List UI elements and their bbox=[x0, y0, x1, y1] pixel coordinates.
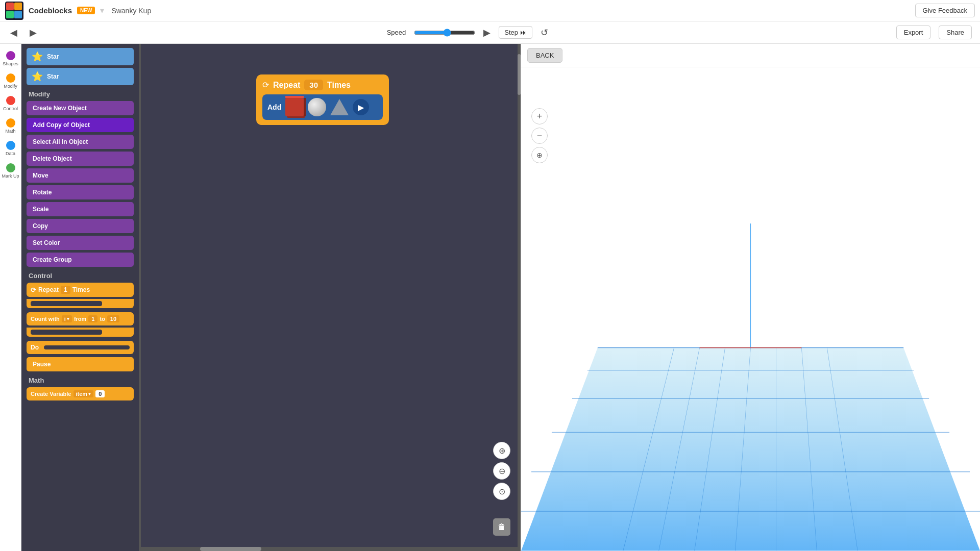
times-canvas-label: Times bbox=[327, 81, 351, 90]
project-name[interactable]: Swanky Kup bbox=[111, 7, 151, 15]
star-label-2: Star bbox=[47, 73, 59, 80]
canvas-tools: ⊕ ⊖ ⊙ bbox=[493, 442, 510, 500]
zoom-reset-button[interactable]: ⊕ bbox=[531, 147, 548, 163]
repeat-block-panel[interactable]: ⟳ Repeat 1 Times bbox=[27, 283, 134, 308]
star-label: Star bbox=[47, 53, 59, 60]
copy-button[interactable]: Copy bbox=[27, 219, 134, 233]
view-panel: BACK bbox=[521, 44, 980, 551]
repeat-panel-label: Repeat bbox=[38, 286, 59, 293]
repeat-canvas-block[interactable]: ⟳ Repeat 30 Times Add bbox=[256, 74, 389, 125]
shape-block-star1[interactable]: ⭐ Star bbox=[27, 48, 134, 65]
back-button[interactable]: BACK bbox=[527, 48, 562, 63]
canvas-main-block: ⟳ Repeat 30 Times Add bbox=[256, 74, 389, 125]
create-group-button[interactable]: Create Group bbox=[27, 253, 134, 267]
grid-svg bbox=[521, 212, 980, 551]
repeat-canvas-label: Repeat bbox=[273, 81, 300, 90]
export-button[interactable]: Export bbox=[896, 26, 931, 39]
control-section-title: Control bbox=[27, 272, 134, 280]
repeat-body: Add ▶ bbox=[262, 94, 383, 120]
block-panel: ⭐ Star ⭐ Star Modify Create New Object A… bbox=[21, 44, 139, 551]
shape-block-star2[interactable]: ⭐ Star bbox=[27, 68, 134, 85]
view-3d[interactable]: + − ⊕ bbox=[521, 67, 980, 551]
count-to[interactable]: 10 bbox=[107, 315, 119, 322]
gray-cone-shape[interactable] bbox=[330, 98, 349, 116]
modify-section-title: Modify bbox=[27, 90, 134, 98]
var-item-selector[interactable]: item ▾ bbox=[74, 390, 94, 397]
repeat-canvas-icon: ⟳ bbox=[262, 80, 269, 90]
count-label: Count with bbox=[31, 316, 60, 322]
view-content: + − ⊕ bbox=[521, 67, 980, 551]
sidebar-item-shapes[interactable]: Shapes bbox=[1, 49, 21, 68]
next-shape-button[interactable]: ▶ bbox=[353, 99, 369, 115]
sidebar-item-modify[interactable]: Modify bbox=[1, 71, 21, 91]
back-nav-button[interactable]: ◀ bbox=[8, 25, 19, 40]
canvas-vscroll[interactable] bbox=[518, 44, 521, 547]
app-logo bbox=[5, 2, 23, 20]
step-label: Step bbox=[504, 29, 518, 36]
sidebar-item-data[interactable]: Data bbox=[1, 139, 21, 158]
delete-object-button[interactable]: Delete Object bbox=[27, 152, 134, 166]
sidebar-icons: Shapes Modify Control Math Data Mark Up bbox=[0, 44, 21, 551]
move-button[interactable]: Move bbox=[27, 168, 134, 183]
repeat-panel-num[interactable]: 1 bbox=[61, 286, 70, 294]
do-label: Do bbox=[31, 344, 39, 351]
zoom-plus-button[interactable]: + bbox=[531, 108, 548, 124]
fit-canvas-button[interactable]: ⊙ bbox=[493, 483, 510, 500]
rotate-button[interactable]: Rotate bbox=[27, 185, 134, 199]
view-toolbar: BACK bbox=[521, 44, 980, 67]
zoom-minus-button[interactable]: − bbox=[531, 128, 548, 144]
sidebar-item-control[interactable]: Control bbox=[1, 94, 21, 113]
star-icon: ⭐ bbox=[32, 51, 43, 62]
speed-label: Speed bbox=[387, 29, 406, 36]
select-all-in-object-button[interactable]: Select All In Object bbox=[27, 135, 134, 149]
zoom-in-canvas-button[interactable]: ⊕ bbox=[493, 442, 510, 459]
scale-button[interactable]: Scale bbox=[27, 202, 134, 216]
set-color-button[interactable]: Set Color bbox=[27, 236, 134, 250]
red-cube-shape[interactable] bbox=[285, 98, 304, 116]
do-block-panel[interactable]: Do bbox=[27, 341, 134, 354]
zoom-out-canvas-button[interactable]: ⊖ bbox=[493, 462, 510, 480]
trash-button[interactable]: 🗑 bbox=[493, 518, 510, 536]
sidebar-item-markup[interactable]: Mark Up bbox=[1, 161, 21, 181]
count-with-block[interactable]: Count with i ▾ from 1 to 10 bbox=[27, 312, 134, 337]
speed-slider[interactable] bbox=[414, 29, 475, 37]
share-button[interactable]: Share bbox=[939, 26, 972, 39]
from-label: from bbox=[74, 316, 86, 322]
var-value[interactable]: 0 bbox=[95, 390, 105, 397]
new-badge: NEW bbox=[77, 7, 95, 14]
create-variable-block[interactable]: Create Variable item ▾ 0 bbox=[27, 387, 134, 400]
add-copy-of-object-button[interactable]: Add Copy of Object bbox=[27, 118, 134, 132]
panel-resize-handle[interactable] bbox=[139, 44, 141, 551]
times-panel-label: Times bbox=[72, 286, 90, 293]
reset-button[interactable]: ↺ bbox=[541, 27, 548, 38]
main-layout: Shapes Modify Control Math Data Mark Up … bbox=[0, 44, 980, 551]
create-var-label: Create Variable bbox=[31, 391, 71, 397]
to-label: to bbox=[100, 316, 105, 322]
give-feedback-button[interactable]: Give Feedback bbox=[915, 4, 975, 17]
forward-nav-button[interactable]: ▶ bbox=[28, 25, 39, 40]
svg-marker-0 bbox=[521, 348, 980, 551]
app-title: Codeblocks bbox=[29, 6, 72, 15]
gray-sphere-shape[interactable] bbox=[308, 98, 326, 116]
zoom-controls: + − ⊕ bbox=[531, 108, 548, 163]
canvas-hscroll[interactable] bbox=[139, 547, 521, 551]
play-button[interactable]: ▶ bbox=[483, 27, 491, 38]
repeat-canvas-num[interactable]: 30 bbox=[304, 80, 323, 90]
step-button[interactable]: Step ⏭ bbox=[499, 26, 532, 39]
pause-button[interactable]: Pause bbox=[27, 357, 134, 371]
math-section-title: Math bbox=[27, 377, 134, 384]
add-canvas-label: Add bbox=[267, 103, 281, 111]
count-var-selector[interactable]: i ▾ bbox=[62, 315, 72, 322]
topbar: Codeblocks NEW ▾ Swanky Kup Give Feedbac… bbox=[0, 0, 980, 21]
sidebar-item-math[interactable]: Math bbox=[1, 116, 21, 136]
count-from[interactable]: 1 bbox=[88, 315, 97, 322]
create-new-object-button[interactable]: Create New Object bbox=[27, 101, 134, 115]
canvas-area[interactable]: ⟳ Repeat 30 Times Add bbox=[139, 44, 521, 551]
toolbar: ◀ ▶ Speed ▶ Step ⏭ ↺ Export Share bbox=[0, 21, 980, 44]
star-icon-2: ⭐ bbox=[32, 71, 43, 82]
